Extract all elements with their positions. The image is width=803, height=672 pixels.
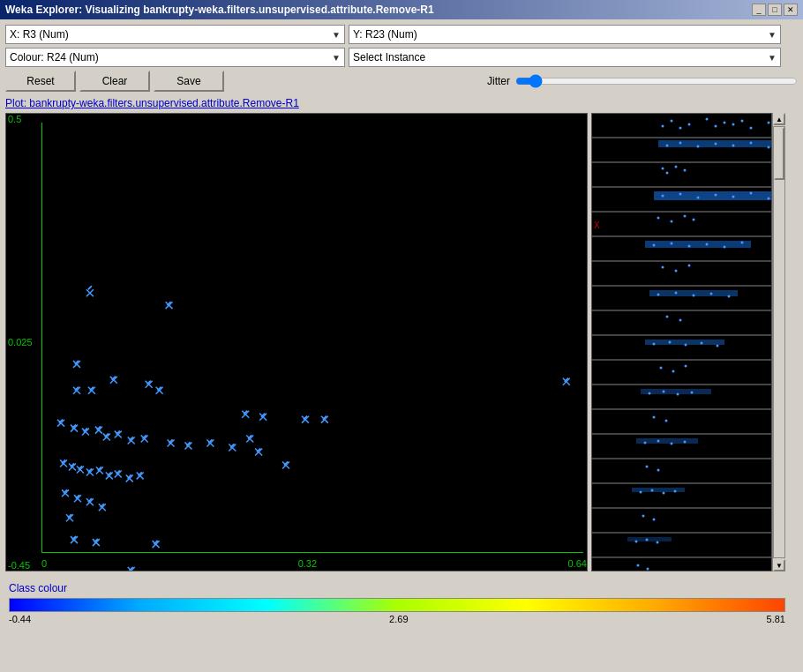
clear-button[interactable]: Clear xyxy=(79,71,150,92)
main-content: X: R3 (Num) ▼ Y: R23 (Num) ▼ Colour: R24… xyxy=(0,19,803,633)
maximize-button[interactable]: □ xyxy=(768,4,782,16)
svg-rect-199 xyxy=(592,287,772,310)
svg-point-242 xyxy=(688,123,691,126)
axis-controls-row: X: R3 (Num) ▼ Y: R23 (Num) ▼ xyxy=(5,25,798,44)
svg-point-296 xyxy=(669,341,672,344)
gradient-labels: -0.44 2.69 5.81 xyxy=(9,614,785,624)
jitter-label-text: Jitter xyxy=(487,75,510,87)
svg-line-1 xyxy=(88,286,92,289)
scroll-up-button[interactable]: ▲ xyxy=(773,113,785,125)
svg-point-248 xyxy=(715,125,717,128)
svg-point-282 xyxy=(741,242,744,244)
svg-point-245 xyxy=(741,120,744,123)
svg-point-243 xyxy=(706,118,709,121)
y-axis-value: Y: R23 (Num) xyxy=(353,28,417,41)
svg-point-262 xyxy=(666,172,669,175)
minimap-scrollbar[interactable]: ▲ ▼ xyxy=(772,113,785,571)
class-colour-label: Class colour xyxy=(9,582,794,594)
svg-point-285 xyxy=(688,265,691,267)
svg-point-318 xyxy=(640,491,642,494)
svg-point-283 xyxy=(662,266,664,269)
svg-point-304 xyxy=(649,392,651,395)
scroll-down-button[interactable]: ▼ xyxy=(773,559,785,571)
save-button[interactable]: Save xyxy=(154,71,224,92)
svg-rect-207 xyxy=(592,484,772,507)
svg-point-270 xyxy=(750,192,753,195)
svg-point-257 xyxy=(732,145,735,147)
svg-point-274 xyxy=(684,215,687,218)
svg-point-300 xyxy=(660,367,663,370)
svg-rect-303 xyxy=(641,389,711,394)
svg-point-246 xyxy=(662,125,664,128)
y-axis-dropdown[interactable]: Y: R23 (Num) ▼ xyxy=(349,25,781,44)
minimap-container[interactable]: X Y xyxy=(591,113,772,571)
svg-rect-204 xyxy=(592,410,772,433)
svg-rect-192 xyxy=(592,114,772,137)
svg-point-293 xyxy=(679,319,682,322)
minimap-wrapper: X Y xyxy=(591,113,785,571)
svg-point-323 xyxy=(653,519,656,521)
jitter-slider-container xyxy=(515,74,798,88)
svg-point-295 xyxy=(653,343,656,346)
minimap-area: X Y xyxy=(591,113,785,571)
svg-point-319 xyxy=(651,489,654,492)
svg-point-273 xyxy=(671,220,673,223)
reset-button[interactable]: Reset xyxy=(5,71,76,92)
svg-rect-208 xyxy=(592,509,772,532)
svg-rect-210 xyxy=(592,558,772,571)
select-instance-dropdown[interactable]: Select Instance ▼ xyxy=(349,48,781,67)
svg-point-277 xyxy=(653,244,656,247)
x-axis-dropdown[interactable]: X: R3 (Num) ▼ xyxy=(5,25,345,44)
x-axis-value: X: R3 (Num) xyxy=(10,28,69,41)
svg-rect-198 xyxy=(592,262,772,285)
svg-point-311 xyxy=(644,442,647,444)
svg-rect-196 xyxy=(592,213,772,235)
svg-point-284 xyxy=(675,270,678,273)
jitter-slider[interactable] xyxy=(515,74,798,88)
svg-point-265 xyxy=(662,195,664,198)
svg-point-322 xyxy=(642,515,645,518)
close-button[interactable]: ✕ xyxy=(784,4,798,16)
svg-rect-324 xyxy=(627,537,672,541)
jitter-control: Jitter xyxy=(487,74,798,88)
minimap-inner: X Y xyxy=(592,114,772,571)
svg-point-297 xyxy=(685,344,687,347)
scroll-track[interactable] xyxy=(773,126,785,558)
svg-rect-276 xyxy=(645,241,751,248)
svg-point-268 xyxy=(715,194,717,197)
svg-rect-202 xyxy=(592,361,772,384)
plot-title: Plot: bankrupty-weka.filters.unsupervise… xyxy=(5,97,798,109)
svg-point-258 xyxy=(750,142,753,145)
svg-point-298 xyxy=(701,342,703,345)
svg-point-271 xyxy=(768,198,770,200)
scroll-thumb[interactable] xyxy=(774,127,784,180)
svg-point-280 xyxy=(706,243,709,246)
svg-rect-200 xyxy=(592,311,772,334)
svg-point-308 xyxy=(653,416,656,419)
svg-point-305 xyxy=(663,391,665,393)
svg-point-325 xyxy=(635,541,638,543)
minimize-button[interactable]: _ xyxy=(752,4,766,16)
svg-point-261 xyxy=(675,166,678,168)
colour-value: Colour: R24 (Num) xyxy=(10,51,99,63)
svg-point-306 xyxy=(677,393,679,396)
svg-point-321 xyxy=(674,490,677,493)
gradient-max-label: 5.81 xyxy=(767,614,785,624)
select-instance-arrow-icon: ▼ xyxy=(768,53,777,63)
colour-arrow-icon: ▼ xyxy=(332,53,341,63)
svg-point-307 xyxy=(691,392,694,394)
svg-rect-206 xyxy=(592,459,772,482)
minimap-svg: X Y xyxy=(592,114,772,571)
svg-point-272 xyxy=(657,217,660,220)
svg-point-312 xyxy=(657,440,660,443)
svg-point-255 xyxy=(697,146,700,148)
x-axis-arrow-icon: ▼ xyxy=(332,30,341,40)
colour-dropdown[interactable]: Colour: R24 (Num) ▼ xyxy=(5,48,345,67)
svg-point-328 xyxy=(637,564,640,567)
class-colour-section: Class colour -0.44 2.69 5.81 xyxy=(5,579,798,628)
svg-point-244 xyxy=(724,122,726,124)
svg-point-315 xyxy=(646,466,649,468)
svg-point-260 xyxy=(662,168,664,170)
svg-point-263 xyxy=(684,169,687,172)
svg-rect-264 xyxy=(654,191,772,200)
